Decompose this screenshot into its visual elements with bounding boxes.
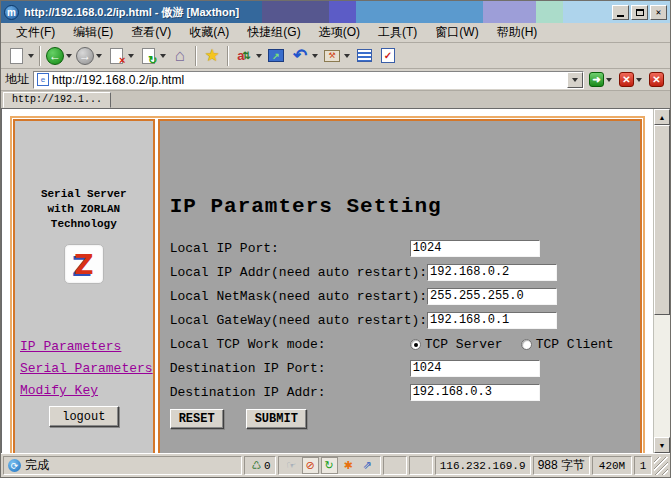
forward-dropdown-icon[interactable]: [96, 54, 102, 58]
scrollbar-track[interactable]: [654, 125, 670, 437]
tcp-mode-radio-group: TCP Server TCP Client: [410, 337, 628, 352]
zorlan-logo: Z: [64, 244, 104, 284]
hand-blocker-icon[interactable]: ☞: [283, 457, 300, 474]
menu-tools[interactable]: 工具(T): [369, 22, 426, 43]
close-tab-icon: ✕: [649, 72, 664, 87]
tab-active[interactable]: http://192.1...: [3, 92, 111, 108]
zorlan-z-icon: Z: [74, 251, 94, 278]
menu-groups[interactable]: 快捷组(G): [238, 22, 309, 43]
maximize-icon: [636, 9, 644, 16]
refresh-icon: ↻: [138, 46, 158, 66]
address-input[interactable]: [52, 73, 567, 87]
vertical-scrollbar[interactable]: ▲ ▼: [653, 109, 670, 453]
menu-view[interactable]: 查看(V): [122, 22, 180, 43]
go-arrow-icon: ➜: [589, 72, 604, 87]
form-row: Local GateWay(need auto restart):: [170, 308, 640, 332]
status-cell: ⟳ 完成: [3, 456, 242, 475]
local-gateway-input[interactable]: [427, 312, 557, 329]
destination-ip-addr-input[interactable]: [410, 384, 540, 401]
close-tab-button[interactable]: ✕: [647, 70, 666, 89]
flash-blocker-icon[interactable]: ✱: [340, 457, 357, 474]
submit-button[interactable]: SUBMIT: [246, 409, 307, 429]
refresh-dropdown-icon[interactable]: [160, 54, 166, 58]
home-icon: ⌂: [170, 46, 190, 66]
menu-edit[interactable]: 编辑(E): [64, 22, 122, 43]
destination-ip-port-input[interactable]: [410, 360, 540, 377]
local-netmask-input[interactable]: [427, 288, 557, 305]
browser-viewport: Serial Server with ZORLAN Technology Z I…: [1, 108, 670, 453]
menu-favorites[interactable]: 收藏(A): [180, 22, 238, 43]
undo-dropdown-icon[interactable]: [312, 54, 318, 58]
go-dropdown-icon[interactable]: [606, 78, 612, 82]
stop-all-dropdown-icon[interactable]: [636, 78, 642, 82]
maximize-button[interactable]: [631, 5, 648, 20]
form-fill-button[interactable]: a⇅: [232, 44, 264, 68]
undo-icon: ↶: [290, 46, 310, 66]
back-button[interactable]: ←: [44, 44, 74, 68]
field-label: Destination IP Addr:: [170, 385, 410, 400]
sidebar-link-modify-key[interactable]: Modify Key: [20, 380, 153, 402]
scrollbar-thumb[interactable]: [654, 125, 670, 315]
content-blocker-icon[interactable]: ⊘: [302, 457, 319, 474]
tab-count-cell: 1: [634, 456, 652, 475]
download-cell[interactable]: ♺ 0: [244, 456, 276, 475]
sidebar-link-serial-parameters[interactable]: Serial Parameters: [20, 358, 153, 380]
sidebar-link-ip-parameters[interactable]: IP Parameters: [20, 336, 153, 358]
menu-window[interactable]: 窗口(W): [426, 22, 487, 43]
address-dropdown-button[interactable]: [567, 72, 583, 88]
tcp-client-radio[interactable]: [521, 339, 532, 350]
back-dropdown-icon[interactable]: [66, 54, 72, 58]
notes-button[interactable]: ✓: [376, 44, 400, 68]
trash-icon: ♺: [249, 458, 264, 473]
menu-help[interactable]: 帮助(H): [488, 22, 547, 43]
go-button[interactable]: ➜: [587, 70, 614, 89]
list-icon: [354, 46, 374, 66]
form-row: Local IP Port:: [170, 236, 640, 260]
new-page-button[interactable]: [4, 44, 36, 68]
stop-icon: ×: [106, 46, 126, 66]
field-label: Local IP Port:: [170, 241, 410, 256]
field-label: Local NetMask(need auto restart):: [170, 289, 427, 304]
tcp-server-radio[interactable]: [410, 339, 421, 350]
blocker-icons-cell: ☞ ⊘ ↻ ✱ ⇗: [278, 456, 381, 475]
chevron-down-icon: [572, 78, 578, 82]
favorites-button[interactable]: ★: [200, 44, 224, 68]
list-button[interactable]: [352, 44, 376, 68]
plugins-dropdown-icon[interactable]: [344, 54, 350, 58]
scroll-up-button[interactable]: ▲: [654, 109, 670, 125]
memory-cell: 420M: [592, 456, 632, 475]
refresh-button[interactable]: ↻: [136, 44, 168, 68]
external-open-icon[interactable]: ⇗: [359, 457, 376, 474]
page-main: IP Paramters Setting Local IP Port: Loca…: [158, 119, 642, 453]
form-fill-dropdown-icon[interactable]: [256, 54, 262, 58]
reset-button[interactable]: RESET: [170, 409, 224, 429]
ip-settings-form: Local IP Port: Local IP Addr(need auto r…: [170, 236, 640, 429]
stop-button[interactable]: ×: [104, 44, 136, 68]
undo-button[interactable]: ↶: [288, 44, 320, 68]
brand-text: Serial Server with ZORLAN Technology: [41, 187, 127, 232]
minimize-button[interactable]: [612, 5, 629, 20]
resize-grip[interactable]: [654, 457, 668, 475]
browser-window: m http://192.168.0.2/ip.html - 傲游 [Maxth…: [0, 0, 671, 478]
local-ip-port-input[interactable]: [410, 240, 540, 257]
capture-button[interactable]: ↗: [264, 44, 288, 68]
close-button[interactable]: ✕: [650, 5, 667, 20]
title-bar: m http://192.168.0.2/ip.html - 傲游 [Maxth…: [1, 1, 670, 23]
minimize-icon: [617, 15, 624, 17]
forward-button[interactable]: →: [74, 44, 104, 68]
logout-button[interactable]: logout: [49, 406, 119, 427]
sidebar-nav: IP Parameters Serial Parameters Modify K…: [15, 336, 153, 402]
plugins-button[interactable]: ⚒: [320, 44, 352, 68]
maxthon-logo-icon: m: [4, 5, 19, 20]
menu-file[interactable]: 文件(F): [7, 22, 64, 43]
menu-options[interactable]: 选项(O): [310, 22, 369, 43]
ip-address-cell: 116.232.169.9: [435, 456, 531, 475]
local-ip-addr-input[interactable]: [427, 264, 557, 281]
new-page-dropdown-icon[interactable]: [28, 54, 34, 58]
address-combo[interactable]: e: [33, 71, 584, 89]
stop-all-button[interactable]: ✕: [617, 70, 644, 89]
scroll-down-button[interactable]: ▼: [654, 437, 670, 453]
auto-refresh-icon[interactable]: ↻: [321, 457, 338, 474]
stop-dropdown-icon[interactable]: [128, 54, 134, 58]
home-button[interactable]: ⌂: [168, 44, 192, 68]
